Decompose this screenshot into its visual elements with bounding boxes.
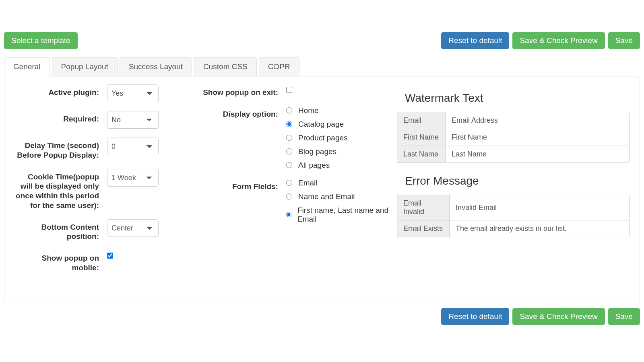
settings-panel: Active plugin: Yes Required: No [4, 76, 640, 302]
label-show-mobile: Show popup on mobile: [14, 250, 107, 273]
select-required[interactable]: No [107, 111, 159, 129]
addon-first-name: First Name [397, 129, 445, 146]
addon-email-invalid: Email Invalid [397, 195, 449, 220]
radio-label: Blog pages [298, 147, 336, 156]
save-preview-button-top[interactable]: Save & Check Preview [512, 32, 605, 49]
input-error-email-exists[interactable] [449, 220, 630, 237]
label-required: Required: [14, 111, 107, 124]
label-display-option: Display option: [196, 106, 286, 119]
checkbox-show-exit[interactable] [286, 87, 292, 93]
tab-success-layout[interactable]: Success Layout [120, 57, 192, 76]
save-preview-button-bottom[interactable]: Save & Check Preview [512, 308, 605, 325]
radio-display-catalog[interactable] [286, 121, 292, 127]
label-active-plugin: Active plugin: [14, 84, 107, 97]
label-bottom-position: Bottom Content position: [14, 219, 107, 242]
watermark-title: Watermark Text [405, 92, 630, 105]
select-bottom-position[interactable]: Center [107, 219, 159, 237]
save-button-top[interactable]: Save [608, 32, 640, 49]
radio-ff-first-last-email[interactable] [286, 212, 291, 218]
reset-default-button-bottom[interactable]: Reset to default [441, 308, 509, 325]
save-button-bottom[interactable]: Save [608, 308, 640, 325]
checkbox-show-mobile[interactable] [107, 253, 113, 259]
radio-label: Product pages [298, 134, 348, 142]
tab-popup-layout[interactable]: Popup Layout [52, 57, 118, 76]
input-watermark-last-name[interactable] [445, 146, 630, 163]
label-form-fields: Form Fields: [196, 179, 286, 191]
radio-label: Catalog page [298, 120, 344, 129]
radio-label: Email [298, 179, 318, 187]
tab-custom-css[interactable]: Custom CSS [194, 57, 257, 76]
radio-display-all[interactable] [286, 162, 292, 168]
radio-ff-name-email[interactable] [286, 193, 292, 200]
radio-label: Name and Email [298, 192, 355, 201]
radio-display-blog[interactable] [286, 148, 292, 154]
tab-bar: General Popup Layout Success Layout Cust… [4, 57, 640, 76]
input-error-email-invalid[interactable] [449, 195, 630, 220]
radio-label: Home [298, 106, 319, 115]
select-template-button[interactable]: Select a template [4, 32, 78, 49]
reset-default-button-top[interactable]: Reset to default [441, 32, 509, 49]
input-watermark-email[interactable] [445, 112, 630, 129]
addon-last-name: Last Name [397, 146, 445, 163]
input-watermark-first-name[interactable] [445, 129, 630, 146]
radio-label: First name, Last name and Email [297, 206, 389, 224]
select-cookie-time[interactable]: 1 Week [107, 169, 159, 187]
label-show-exit: Show popup on exit: [196, 84, 286, 97]
radio-group-form-fields: Email Name and Email First name, Last na… [286, 179, 389, 224]
label-cookie-time: Cookie Time(popup will be displayed only… [14, 169, 107, 210]
radio-display-product[interactable] [286, 135, 292, 141]
select-active-plugin[interactable]: Yes [107, 84, 159, 102]
top-toolbar: Select a template Reset to default Save … [4, 4, 640, 57]
radio-label: All pages [298, 161, 330, 170]
addon-email: Email [397, 112, 445, 129]
addon-email-exists: Email Exists [397, 220, 449, 237]
bottom-toolbar: Reset to default Save & Check Preview Sa… [4, 302, 640, 325]
label-delay-time: Delay Time (second) Before Popup Display… [14, 138, 107, 160]
radio-group-display-option: Home Catalog page Product pages Blog pag… [286, 106, 389, 170]
radio-ff-email[interactable] [286, 180, 292, 186]
select-delay-time[interactable]: 0 [107, 138, 159, 155]
tab-gdpr[interactable]: GDPR [259, 57, 299, 76]
radio-display-home[interactable] [286, 107, 292, 113]
tab-general[interactable]: General [4, 57, 50, 76]
error-title: Error Message [405, 175, 630, 187]
